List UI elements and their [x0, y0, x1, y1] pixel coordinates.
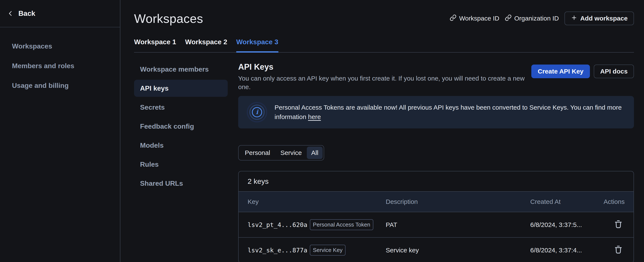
- organization-id-label: Organization ID: [514, 15, 559, 22]
- api-keys-description: You can only access an API key when you …: [238, 74, 531, 91]
- organization-sidebar: Back Workspaces Members and roles Usage …: [0, 0, 120, 262]
- sidebar-item-members-and-roles[interactable]: Members and roles: [12, 57, 115, 74]
- tab-workspace-1[interactable]: Workspace 1: [134, 38, 176, 52]
- main-panel: Workspaces Workspace ID Or: [120, 0, 644, 262]
- sidebar-item-usage-and-billing[interactable]: Usage and billing: [12, 77, 115, 94]
- key-description: PAT: [386, 221, 530, 229]
- api-keys-header: API Keys You can only access an API key …: [238, 61, 634, 91]
- settings-nav-feedback-config[interactable]: Feedback config: [134, 118, 228, 135]
- banner-message: Personal Access Tokens are available now…: [274, 104, 622, 120]
- organization-id-button[interactable]: Organization ID: [505, 14, 559, 23]
- delete-key-button[interactable]: [614, 245, 623, 256]
- key-type-filter: Personal Service All: [238, 145, 324, 161]
- tab-workspace-2[interactable]: Workspace 2: [185, 38, 227, 52]
- settings-nav-rules[interactable]: Rules: [134, 156, 228, 173]
- key-description: Service key: [386, 247, 530, 254]
- link-icon: [505, 14, 512, 23]
- back-label: Back: [18, 9, 35, 17]
- back-button[interactable]: Back: [0, 0, 120, 27]
- add-workspace-button[interactable]: Add workspace: [564, 11, 634, 25]
- chevron-left-icon: [7, 10, 14, 17]
- api-keys-table-card: 2 keys Key Description Created At Action…: [238, 171, 634, 262]
- settings-nav-shared-urls[interactable]: Shared URLs: [134, 175, 228, 192]
- table-row: lsv2_sk_e...877a Service Key Service key…: [238, 237, 634, 262]
- delete-key-button[interactable]: [614, 219, 623, 230]
- table-row: lsv2_pt_4...620a Personal Access Token P…: [238, 212, 634, 237]
- table-header-row: Key Description Created At Actions: [238, 191, 634, 212]
- key-type-badge: Personal Access Token: [310, 219, 373, 230]
- api-key-value: lsv2_sk_e...877a: [248, 247, 307, 254]
- workspace-id-label: Workspace ID: [459, 15, 499, 22]
- pat-info-banner: i Personal Access Tokens are available n…: [238, 96, 634, 128]
- keys-count: 2 keys: [248, 177, 268, 185]
- key-created-at: 6/8/2024, 3:37:5...: [530, 221, 604, 229]
- settings-nav-workspace-members[interactable]: Workspace members: [134, 61, 228, 78]
- create-api-key-button[interactable]: Create API Key: [531, 64, 590, 78]
- page-title: Workspaces: [134, 11, 203, 26]
- key-created-at: 6/8/2024, 3:37:4...: [530, 247, 604, 254]
- sidebar-item-workspaces[interactable]: Workspaces: [12, 38, 115, 55]
- info-icon: i: [247, 102, 267, 122]
- api-keys-section: API Keys You can only access an API key …: [238, 61, 634, 262]
- tab-workspace-3[interactable]: Workspace 3: [236, 38, 278, 52]
- workspace-tabs: Workspace 1 Workspace 2 Workspace 3: [134, 38, 634, 52]
- filter-option-personal[interactable]: Personal: [240, 147, 275, 159]
- settings-nav-models[interactable]: Models: [134, 137, 228, 154]
- workspace-id-button[interactable]: Workspace ID: [450, 14, 499, 23]
- column-header-created-at: Created At: [530, 198, 604, 205]
- api-key-value: lsv2_pt_4...620a: [248, 221, 307, 229]
- column-header-actions: Actions: [604, 198, 624, 205]
- banner-here-link[interactable]: here: [308, 113, 321, 120]
- column-header-description: Description: [386, 198, 530, 205]
- settings-nav-api-keys[interactable]: API keys: [134, 80, 228, 97]
- plus-icon: [571, 14, 577, 22]
- trash-icon: [614, 219, 623, 230]
- add-workspace-label: Add workspace: [580, 15, 628, 22]
- link-icon: [450, 14, 456, 23]
- trash-icon: [614, 245, 623, 256]
- api-keys-heading: API Keys: [238, 62, 531, 72]
- page-header: Workspaces Workspace ID Or: [134, 0, 634, 26]
- api-docs-button[interactable]: API docs: [594, 64, 634, 78]
- header-actions: Workspace ID Organization ID: [450, 11, 634, 25]
- filter-option-all[interactable]: All: [307, 147, 322, 159]
- filter-option-service[interactable]: Service: [275, 147, 307, 159]
- column-header-key: Key: [248, 198, 386, 205]
- key-type-badge: Service Key: [310, 245, 346, 256]
- sidebar-nav: Workspaces Members and roles Usage and b…: [0, 27, 120, 94]
- workspace-settings-nav: Workspace members API keys Secrets Feedb…: [134, 61, 228, 262]
- banner-text: Personal Access Tokens are available now…: [274, 103, 625, 122]
- settings-nav-secrets[interactable]: Secrets: [134, 99, 228, 116]
